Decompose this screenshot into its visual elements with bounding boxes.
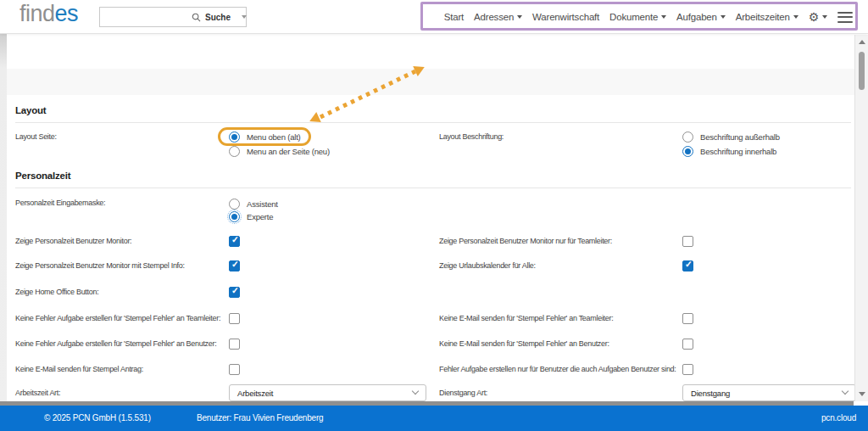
radio-icon[interactable] bbox=[682, 146, 693, 157]
header: findes Suche Start Adressen Warenwirtsch… bbox=[0, 0, 868, 34]
field-label-eingabemaske: Personalzeit Eingabemaske: bbox=[15, 196, 105, 210]
radio-icon[interactable] bbox=[229, 132, 240, 143]
checkbox-keine-fehler-teamleiter[interactable] bbox=[229, 313, 240, 324]
checkbox-keine-email-stempel-antrag[interactable] bbox=[229, 364, 240, 375]
radio-option-assistent[interactable]: Assistent bbox=[229, 198, 278, 210]
main-nav: Start Adressen Warenwirtschaft Dokumente… bbox=[444, 0, 853, 34]
content-top-band bbox=[7, 69, 854, 95]
radio-icon[interactable] bbox=[229, 211, 240, 222]
footer-domain[interactable]: pcn.cloud bbox=[821, 406, 856, 431]
field-label: Keine E-Mail senden für 'Stempel Fehler'… bbox=[439, 337, 609, 351]
checkbox-keine-email-fehler-benutzer[interactable] bbox=[682, 339, 693, 350]
field-label: Arbeitszeit Art: bbox=[15, 386, 60, 400]
nav-item-arbeitszeiten[interactable]: Arbeitszeiten bbox=[736, 12, 798, 22]
field-label: Keine E-Mail senden für Stempel Antrag: bbox=[15, 362, 143, 377]
search-box[interactable]: Suche bbox=[99, 7, 247, 27]
radio-option-beschriftung-ausserhalb[interactable]: Beschriftung außerhalb bbox=[682, 130, 780, 144]
chevron-down-icon bbox=[793, 15, 798, 19]
search-label: Suche bbox=[205, 13, 231, 22]
field-label-layout-seite: Layout Seite: bbox=[15, 130, 57, 144]
app-logo[interactable]: findes bbox=[19, 1, 78, 27]
field-label: Keine Fehler Aufgabe erstellen für 'Stem… bbox=[15, 337, 216, 351]
logo-text-blue: es bbox=[55, 1, 79, 26]
left-edge-strip bbox=[0, 34, 7, 406]
checkbox-keine-fehler-benutzer[interactable] bbox=[229, 339, 240, 350]
field-label: Dienstgang Art: bbox=[439, 386, 487, 400]
checkbox-fehler-nur-aufgaben-benutzer[interactable] bbox=[682, 364, 693, 375]
hamburger-menu-button[interactable] bbox=[837, 10, 853, 25]
footer-user: Benutzer: Frau Vivien Freudenberg bbox=[197, 406, 323, 431]
field-label: Keine Fehler Aufgabe erstellen für 'Stem… bbox=[15, 311, 220, 326]
nav-item-warenwirtschaft[interactable]: Warenwirtschaft bbox=[532, 12, 599, 22]
scroll-down-arrow-icon[interactable] bbox=[859, 392, 865, 396]
radio-group-layout-beschriftung: Beschriftung außerhalb Beschriftung inne… bbox=[682, 130, 780, 159]
gear-icon: ⚙ bbox=[809, 11, 819, 23]
chevron-down-icon bbox=[412, 388, 419, 395]
radio-option-experte[interactable]: Experte bbox=[229, 210, 278, 223]
field-label: Fehler Aufgabe erstellen nur für Benutze… bbox=[439, 362, 676, 377]
radio-icon[interactable] bbox=[682, 132, 693, 143]
checkbox-home-office[interactable] bbox=[229, 287, 240, 298]
chevron-down-icon[interactable] bbox=[242, 15, 247, 19]
radio-group-layout-seite: Menu oben (alt) Menu an der Seite (neu) bbox=[229, 130, 330, 159]
chevron-down-icon bbox=[661, 15, 666, 19]
select-dienstgang-art[interactable]: Dienstgang bbox=[682, 384, 856, 401]
chevron-down-icon bbox=[842, 388, 849, 395]
scroll-up-arrow-icon[interactable] bbox=[859, 40, 865, 44]
footer: © 2025 PCN GmbH (1.5.531) Benutzer: Frau… bbox=[0, 406, 868, 431]
radio-icon[interactable] bbox=[229, 199, 240, 210]
app-window: findes Suche Start Adressen Warenwirtsch… bbox=[0, 0, 868, 431]
logo-text-gray: find bbox=[19, 1, 55, 26]
checkbox-monitor-stempel-info[interactable] bbox=[229, 260, 240, 271]
radio-option-menu-oben[interactable]: Menu oben (alt) bbox=[229, 130, 330, 144]
checkbox-zeige-monitor[interactable] bbox=[229, 236, 240, 247]
field-label: Zeige Urlaubskalender für Alle: bbox=[439, 259, 536, 273]
chevron-down-icon bbox=[721, 15, 726, 19]
nav-item-start[interactable]: Start bbox=[444, 12, 464, 22]
chevron-down-icon bbox=[517, 15, 522, 19]
settings-menu-button[interactable]: ⚙ bbox=[809, 11, 827, 23]
section-title-personalzeit: Personalzeit bbox=[15, 171, 70, 181]
checkbox-urlaubskalender[interactable] bbox=[682, 260, 693, 271]
radio-option-beschriftung-innerhalb[interactable]: Beschriftung innerhalb bbox=[682, 144, 780, 159]
section-title-layout: Layout bbox=[15, 105, 47, 115]
checkbox-monitor-nur-teamleiter[interactable] bbox=[682, 236, 693, 247]
select-arbeitszeit-art[interactable]: Arbeitszeit bbox=[229, 384, 426, 401]
nav-item-adressen[interactable]: Adressen bbox=[474, 12, 522, 22]
nav-item-dokumente[interactable]: Dokumente bbox=[609, 12, 666, 22]
vertical-scrollbar[interactable] bbox=[854, 35, 868, 401]
footer-copyright: © 2025 PCN GmbH (1.5.531) bbox=[44, 406, 151, 431]
field-label: Zeige Personalzeit Benutzer Monitor: bbox=[15, 234, 131, 249]
field-label: Zeige Home Office Button: bbox=[15, 285, 98, 299]
field-label: Zeige Personalzeit Benutzer Monitor mit … bbox=[15, 259, 185, 273]
settings-page: Layout Layout Seite: Menu oben (alt) Men… bbox=[0, 34, 868, 406]
vertical-scrollbar-thumb[interactable] bbox=[859, 52, 865, 90]
checkbox-keine-email-fehler-teamleiter[interactable] bbox=[682, 313, 693, 324]
search-icon bbox=[192, 13, 201, 22]
radio-option-menu-seite[interactable]: Menu an der Seite (neu) bbox=[229, 144, 330, 159]
field-label: Zeige Personalzeit Benutzer Monitor nur … bbox=[439, 234, 612, 249]
field-label: Keine E-Mail senden für 'Stempel Fehler'… bbox=[439, 311, 613, 326]
radio-group-eingabemaske: Assistent Experte bbox=[229, 198, 278, 223]
nav-item-aufgaben[interactable]: Aufgaben bbox=[676, 12, 726, 22]
field-label-layout-beschriftung: Layout Beschriftung: bbox=[439, 130, 504, 144]
section-divider bbox=[15, 188, 851, 188]
section-divider bbox=[15, 122, 851, 123]
radio-icon[interactable] bbox=[229, 146, 240, 157]
chevron-down-icon bbox=[822, 15, 827, 19]
